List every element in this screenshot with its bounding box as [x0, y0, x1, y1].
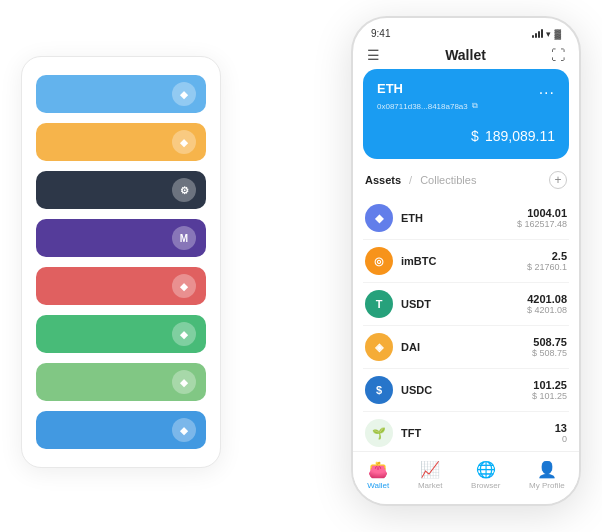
nav-item-browser[interactable]: 🌐Browser	[471, 460, 500, 490]
phone-header: ☰ Wallet ⛶	[353, 43, 579, 69]
nav-item-market[interactable]: 📈Market	[418, 460, 442, 490]
assets-tabs: Assets / Collectibles +	[363, 171, 569, 189]
nav-label: Market	[418, 481, 442, 490]
wallet-item-icon: ◆	[172, 130, 196, 154]
wallet-title: Wallet	[445, 47, 486, 63]
nav-item-wallet[interactable]: 👛Wallet	[367, 460, 389, 490]
asset-icon: ◈	[365, 333, 393, 361]
wallet-list-card: ◆◆⚙M◆◆◆◆	[21, 56, 221, 468]
asset-amounts: 508.75$ 508.75	[532, 336, 567, 358]
asset-amounts: 4201.08$ 4201.08	[527, 293, 567, 315]
phone-mockup: 9:41 ▾ ▓ ☰ Wallet ⛶ ETH	[351, 16, 581, 506]
asset-usd-amount: $ 508.75	[532, 348, 567, 358]
signal-icon	[532, 29, 543, 38]
status-icons: ▾ ▓	[532, 29, 561, 39]
nav-icon: 📈	[420, 460, 440, 479]
wallet-list-item[interactable]: ◆	[36, 267, 206, 305]
asset-amounts: 2.5$ 21760.1	[527, 250, 567, 272]
asset-primary-amount: 1004.01	[517, 207, 567, 219]
menu-icon[interactable]: ☰	[367, 47, 380, 63]
eth-card-top: ETH ...	[377, 81, 555, 97]
wallet-list-item[interactable]: ◆	[36, 411, 206, 449]
wallet-list-item[interactable]: M	[36, 219, 206, 257]
asset-primary-amount: 4201.08	[527, 293, 567, 305]
asset-icon: 🌱	[365, 419, 393, 447]
asset-row[interactable]: ◎imBTC2.5$ 21760.1	[363, 240, 569, 283]
asset-amounts: 130	[555, 422, 567, 444]
wallet-list-item[interactable]: ⚙	[36, 171, 206, 209]
wallet-item-icon: ⚙	[172, 178, 196, 202]
asset-name: ETH	[401, 212, 517, 224]
copy-icon[interactable]: ⧉	[472, 101, 478, 111]
asset-primary-amount: 2.5	[527, 250, 567, 262]
eth-amount-value: 189,089.11	[485, 128, 555, 144]
wallet-item-icon: M	[172, 226, 196, 250]
asset-name: imBTC	[401, 255, 527, 267]
wallet-list-item[interactable]: ◆	[36, 363, 206, 401]
wallet-list-item[interactable]: ◆	[36, 75, 206, 113]
wallet-item-icon: ◆	[172, 322, 196, 346]
assets-tabs-left: Assets / Collectibles	[365, 174, 476, 186]
asset-usd-amount: 0	[555, 434, 567, 444]
wifi-icon: ▾	[546, 29, 551, 39]
asset-row[interactable]: $USDC101.25$ 101.25	[363, 369, 569, 412]
phone-body: ETH ... 0x08711d38...8418a78a3 ⧉ $ 189,0…	[353, 69, 579, 451]
nav-label: Wallet	[367, 481, 389, 490]
nav-icon: 👛	[368, 460, 388, 479]
nav-item-my-profile[interactable]: 👤My Profile	[529, 460, 565, 490]
time-display: 9:41	[371, 28, 390, 39]
expand-icon[interactable]: ⛶	[551, 47, 565, 63]
eth-card-address: 0x08711d38...8418a78a3 ⧉	[377, 101, 555, 111]
battery-icon: ▓	[554, 29, 561, 39]
asset-primary-amount: 508.75	[532, 336, 567, 348]
asset-row[interactable]: ◆ETH1004.01$ 162517.48	[363, 197, 569, 240]
asset-row[interactable]: ◈DAI508.75$ 508.75	[363, 326, 569, 369]
asset-usd-amount: $ 21760.1	[527, 262, 567, 272]
eth-card-name: ETH	[377, 81, 403, 96]
asset-icon: ◎	[365, 247, 393, 275]
asset-icon: T	[365, 290, 393, 318]
asset-icon: $	[365, 376, 393, 404]
status-bar: 9:41 ▾ ▓	[353, 18, 579, 43]
tab-assets[interactable]: Assets	[365, 174, 401, 186]
wallet-item-icon: ◆	[172, 274, 196, 298]
scene: ◆◆⚙M◆◆◆◆ 9:41 ▾ ▓ ☰ Wallet ⛶	[21, 16, 581, 516]
asset-name: USDC	[401, 384, 532, 396]
asset-primary-amount: 101.25	[532, 379, 567, 391]
asset-usd-amount: $ 162517.48	[517, 219, 567, 229]
asset-icon: ◆	[365, 204, 393, 232]
asset-list: ◆ETH1004.01$ 162517.48◎imBTC2.5$ 21760.1…	[363, 197, 569, 451]
asset-amounts: 101.25$ 101.25	[532, 379, 567, 401]
dollar-sign: $	[471, 128, 479, 144]
nav-label: Browser	[471, 481, 500, 490]
tab-divider: /	[409, 174, 412, 186]
wallet-item-icon: ◆	[172, 370, 196, 394]
asset-usd-amount: $ 4201.08	[527, 305, 567, 315]
asset-name: DAI	[401, 341, 532, 353]
nav-icon: 🌐	[476, 460, 496, 479]
wallet-list-item[interactable]: ◆	[36, 315, 206, 353]
asset-usd-amount: $ 101.25	[532, 391, 567, 401]
eth-card-menu[interactable]: ...	[539, 81, 555, 97]
nav-label: My Profile	[529, 481, 565, 490]
eth-card[interactable]: ETH ... 0x08711d38...8418a78a3 ⧉ $ 189,0…	[363, 69, 569, 159]
asset-amounts: 1004.01$ 162517.48	[517, 207, 567, 229]
wallet-list-item[interactable]: ◆	[36, 123, 206, 161]
bottom-nav: 👛Wallet📈Market🌐Browser👤My Profile	[353, 451, 579, 504]
add-asset-button[interactable]: +	[549, 171, 567, 189]
asset-row[interactable]: 🌱TFT130	[363, 412, 569, 451]
wallet-item-icon: ◆	[172, 418, 196, 442]
wallet-item-icon: ◆	[172, 82, 196, 106]
asset-primary-amount: 13	[555, 422, 567, 434]
nav-icon: 👤	[537, 460, 557, 479]
asset-name: USDT	[401, 298, 527, 310]
tab-collectibles[interactable]: Collectibles	[420, 174, 476, 186]
eth-card-amount: $ 189,089.11	[377, 121, 555, 147]
asset-row[interactable]: TUSDT4201.08$ 4201.08	[363, 283, 569, 326]
asset-name: TFT	[401, 427, 555, 439]
